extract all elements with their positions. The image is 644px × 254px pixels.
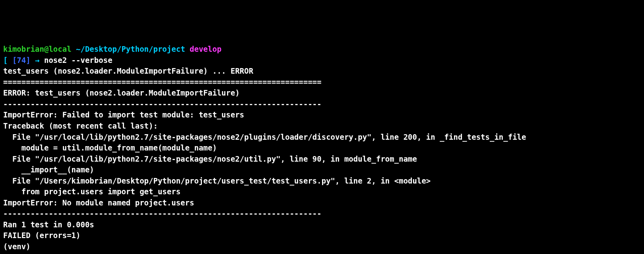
output-failed: FAILED (errors=1): [3, 230, 641, 241]
output-venv: (venv): [3, 241, 641, 252]
output-separator: ========================================…: [3, 77, 641, 88]
output-separator: ----------------------------------------…: [3, 99, 641, 110]
output-line: File "/Users/kimobrian/Desktop/Python/pr…: [3, 176, 641, 187]
output-line: File "/usr/local/lib/python2.7/site-pack…: [3, 132, 641, 143]
user-host: kimobrian@local: [3, 45, 72, 53]
prompt-line-2: [ [74] → nose2 --verbose: [3, 55, 641, 66]
output-line: __import__(name): [3, 164, 641, 176]
command-text: nose2 --verbose: [44, 56, 113, 64]
prompt-bracket-open: [: [3, 56, 12, 64]
history-number: [74]: [12, 56, 31, 64]
output-line: ImportError: No module named project.use…: [3, 197, 641, 209]
output-error-header: ERROR: test_users (nose2.loader.ModuleIm…: [3, 88, 641, 99]
output-line: module = util.module_from_name(module_na…: [3, 143, 641, 154]
output-summary: Ran 1 test in 0.000s: [3, 219, 641, 231]
prompt-line-1: kimobrian@local ~/Desktop/Python/project…: [3, 44, 641, 55]
terminal-output[interactable]: kimobrian@local ~/Desktop/Python/project…: [3, 44, 641, 252]
output-separator: ----------------------------------------…: [3, 208, 641, 219]
output-line: test_users (nose2.loader.ModuleImportFai…: [3, 66, 641, 77]
git-branch: develop: [190, 45, 221, 53]
output-line: ImportError: Failed to import test modul…: [3, 109, 641, 121]
output-line: from project.users import get_users: [3, 186, 641, 197]
prompt-arrow: →: [31, 56, 44, 64]
cwd-path: ~/Desktop/Python/project: [72, 45, 190, 53]
output-line: File "/usr/local/lib/python2.7/site-pack…: [3, 154, 641, 165]
output-line: Traceback (most recent call last):: [3, 121, 641, 132]
